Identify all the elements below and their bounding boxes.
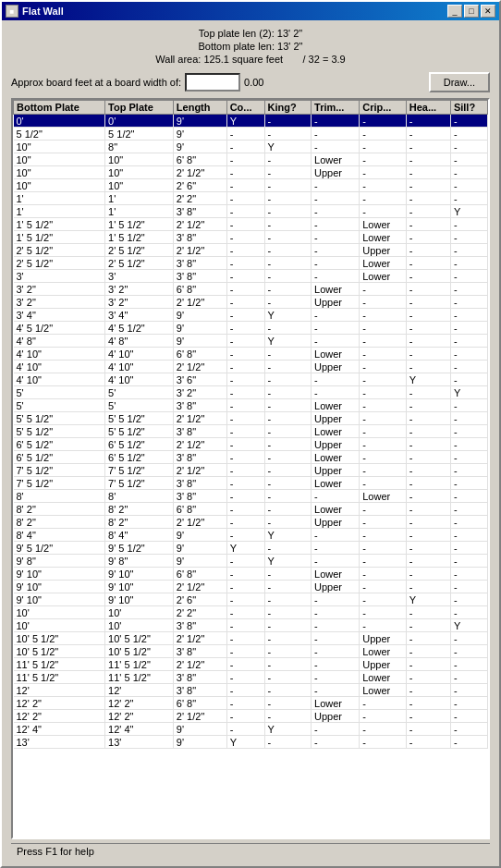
table-row[interactable]: 9' 10"9' 10"2' 1/2"--Upper--- bbox=[14, 581, 488, 593]
table-row[interactable]: 5' 5 1/2"5' 5 1/2"3' 8"--Lower--- bbox=[14, 425, 488, 438]
table-row[interactable]: 11' 5 1/2"11' 5 1/2"3' 8"---Lower-- bbox=[14, 671, 488, 684]
table-cell: - bbox=[264, 128, 312, 141]
table-cell: 1' 5 1/2" bbox=[105, 218, 174, 231]
table-cell: Lower bbox=[312, 503, 360, 516]
table-cell: Y bbox=[264, 309, 312, 322]
table-row[interactable]: 4' 5 1/2"4' 5 1/2"9'------ bbox=[14, 322, 488, 335]
table-row[interactable]: 3'3'3' 8"---Lower-- bbox=[14, 270, 488, 283]
table-cell: - bbox=[360, 723, 407, 736]
table-row[interactable]: 12'12'3' 8"---Lower-- bbox=[14, 684, 488, 697]
table-row[interactable]: 10'10'3' 8"-----Y bbox=[14, 619, 488, 632]
minimize-button[interactable]: _ bbox=[447, 5, 462, 18]
table-cell: - bbox=[226, 671, 264, 684]
table-cell: 2' 5 1/2" bbox=[105, 257, 174, 270]
table-row[interactable]: 10"10"2' 1/2"--Upper--- bbox=[14, 166, 488, 179]
table-row[interactable]: 10' 5 1/2"10' 5 1/2"2' 1/2"---Upper-- bbox=[14, 632, 488, 645]
table-row[interactable]: 3' 2"3' 2"2' 1/2"--Upper--- bbox=[14, 296, 488, 309]
table-row[interactable]: 5'5'3' 2"-----Y bbox=[14, 386, 488, 399]
table-row[interactable]: 13'13'9'Y----- bbox=[14, 736, 488, 749]
table-row[interactable]: 9' 10"9' 10"6' 8"--Lower--- bbox=[14, 568, 488, 581]
table-cell: - bbox=[406, 296, 450, 309]
table-row[interactable]: 10'10'2' 2"------ bbox=[14, 606, 488, 619]
table-row[interactable]: 4' 10"4' 10"6' 8"--Lower--- bbox=[14, 348, 488, 361]
maximize-button[interactable]: □ bbox=[464, 5, 479, 18]
col-header-top-plate: Top Plate bbox=[105, 101, 174, 115]
close-button[interactable]: ✕ bbox=[481, 5, 495, 18]
table-row[interactable]: 8' 4"8' 4"9'-Y---- bbox=[14, 529, 488, 542]
table-cell: - bbox=[264, 619, 312, 632]
table-cell: 12' bbox=[105, 684, 174, 697]
table-row[interactable]: 10' 5 1/2"10' 5 1/2"3' 8"---Lower-- bbox=[14, 645, 488, 658]
table-row[interactable]: 5'5'3' 8"--Lower--- bbox=[14, 399, 488, 412]
table-row[interactable]: 8'8'3' 8"---Lower-- bbox=[14, 490, 488, 503]
table-row[interactable]: 10"10"6' 8"--Lower--- bbox=[14, 153, 488, 166]
table-cell: 1' bbox=[14, 192, 105, 205]
table-row[interactable]: 6' 5 1/2"6' 5 1/2"2' 1/2"--Upper--- bbox=[14, 438, 488, 451]
table-cell: - bbox=[312, 723, 360, 736]
board-width-input[interactable] bbox=[185, 73, 240, 92]
table-row[interactable]: 8' 2"8' 2"2' 1/2"--Upper--- bbox=[14, 516, 488, 529]
table-cell: - bbox=[226, 619, 264, 632]
table-cell: 10' bbox=[14, 619, 105, 632]
table-row[interactable]: 5' 5 1/2"5' 5 1/2"2' 1/2"--Upper--- bbox=[14, 412, 488, 425]
table-cell: 3' 2" bbox=[14, 296, 105, 309]
table-cell: - bbox=[264, 231, 312, 244]
table-cell: Lower bbox=[312, 425, 360, 438]
table-row[interactable]: 7' 5 1/2"7' 5 1/2"2' 1/2"--Upper--- bbox=[14, 464, 488, 477]
table-row[interactable]: 0'0'9'Y----- bbox=[14, 115, 488, 128]
table-cell: 4' 5 1/2" bbox=[105, 322, 174, 335]
table-cell: - bbox=[406, 684, 450, 697]
table-row[interactable]: 12' 2"12' 2"6' 8"--Lower--- bbox=[14, 697, 488, 710]
table-row[interactable]: 9' 5 1/2"9' 5 1/2"9'Y----- bbox=[14, 542, 488, 555]
draw-button[interactable]: Draw... bbox=[429, 72, 490, 92]
table-row[interactable]: 4' 10"4' 10"3' 6"----Y- bbox=[14, 373, 488, 386]
table-cell: - bbox=[226, 218, 264, 231]
table-cell: - bbox=[264, 710, 312, 723]
table-row[interactable]: 12' 4"12' 4"9'-Y---- bbox=[14, 723, 488, 736]
table-row[interactable]: 10"10"2' 6"------ bbox=[14, 179, 488, 192]
table-cell: - bbox=[226, 192, 264, 205]
table-cell: - bbox=[450, 244, 487, 257]
table-cell: - bbox=[226, 373, 264, 386]
table-row[interactable]: 2' 5 1/2"2' 5 1/2"2' 1/2"---Upper-- bbox=[14, 244, 488, 257]
table-cell: 9' bbox=[173, 542, 226, 555]
table-row[interactable]: 10"8"9'-Y---- bbox=[14, 141, 488, 153]
table-row[interactable]: 1'1'3' 8"-----Y bbox=[14, 205, 488, 218]
table-row[interactable]: 3' 4"3' 4"9'-Y---- bbox=[14, 309, 488, 322]
table-row[interactable]: 9' 8"9' 8"9'-Y---- bbox=[14, 555, 488, 568]
table-cell: - bbox=[450, 503, 487, 516]
table-cell: - bbox=[360, 464, 407, 477]
table-cell: - bbox=[226, 244, 264, 257]
table-row[interactable]: 7' 5 1/2"7' 5 1/2"3' 8"--Lower--- bbox=[14, 477, 488, 490]
table-cell: Upper bbox=[312, 710, 360, 723]
table-cell: Upper bbox=[360, 658, 407, 671]
table-cell: - bbox=[312, 555, 360, 568]
table-row[interactable]: 3' 2"3' 2"6' 8"--Lower--- bbox=[14, 283, 488, 296]
table-row[interactable]: 12' 2"12' 2"2' 1/2"--Upper--- bbox=[14, 710, 488, 723]
table-cell: - bbox=[360, 166, 407, 179]
table-cell: - bbox=[360, 593, 407, 606]
table-row[interactable]: 8' 2"8' 2"6' 8"--Lower--- bbox=[14, 503, 488, 516]
table-cell: 3' bbox=[105, 270, 174, 283]
table-cell: 2' 1/2" bbox=[173, 710, 226, 723]
table-row[interactable]: 6' 5 1/2"6' 5 1/2"3' 8"--Lower--- bbox=[14, 451, 488, 464]
table-row[interactable]: 1' 5 1/2"1' 5 1/2"2' 1/2"---Lower-- bbox=[14, 218, 488, 231]
table-cell: 2' 1/2" bbox=[173, 658, 226, 671]
table-row[interactable]: 9' 10"9' 10"2' 6"----Y- bbox=[14, 593, 488, 606]
table-row[interactable]: 1'1'2' 2"------ bbox=[14, 192, 488, 205]
table-cell: 3' 2" bbox=[14, 283, 105, 296]
table-row[interactable]: 4' 10"4' 10"2' 1/2"--Upper--- bbox=[14, 361, 488, 373]
table-cell: 3' 8" bbox=[173, 399, 226, 412]
table-cell: - bbox=[264, 153, 312, 166]
table-cell: - bbox=[360, 710, 407, 723]
table-cell: - bbox=[406, 464, 450, 477]
table-row[interactable]: 1' 5 1/2"1' 5 1/2"3' 8"---Lower-- bbox=[14, 231, 488, 244]
table-row[interactable]: 2' 5 1/2"2' 5 1/2"3' 8"---Lower-- bbox=[14, 257, 488, 270]
table-row[interactable]: 11' 5 1/2"11' 5 1/2"2' 1/2"---Upper-- bbox=[14, 658, 488, 671]
table-cell: 3' 2" bbox=[105, 283, 174, 296]
col-header-crip: Crip... bbox=[360, 101, 407, 115]
table-cell: - bbox=[226, 179, 264, 192]
table-row[interactable]: 4' 8"4' 8"9'-Y---- bbox=[14, 335, 488, 348]
table-row[interactable]: 5 1/2"5 1/2"9'------ bbox=[14, 128, 488, 141]
table-cell: - bbox=[450, 322, 487, 335]
